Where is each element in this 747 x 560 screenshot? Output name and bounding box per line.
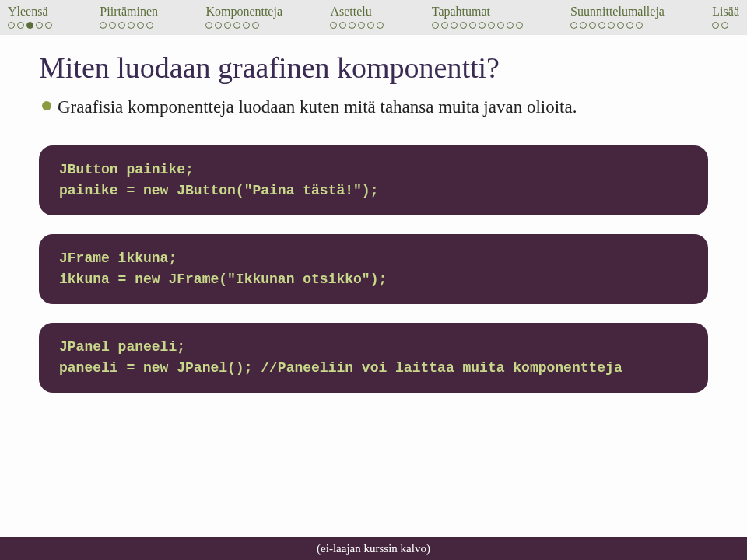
progress-dot: [358, 22, 365, 29]
code-block-1: JButton painike; painike = new JButton("…: [39, 145, 708, 215]
progress-dot: [570, 22, 577, 29]
progress-dot: [205, 22, 212, 29]
progress-dot: [339, 22, 346, 29]
slide-content: Miten luodaan graafinen komponentti? Gra…: [0, 35, 747, 393]
progress-dot: [451, 22, 458, 29]
progress-dot: [617, 22, 624, 29]
top-nav: YleensäPiirtäminenKomponenttejaAsetteluT…: [0, 0, 747, 35]
bullet-text: Graafisia komponentteja luodaan kuten mi…: [58, 96, 577, 119]
progress-dot: [441, 22, 448, 29]
nav-label: Asettelu: [330, 5, 371, 19]
progress-dot: [626, 22, 633, 29]
nav-progress-dots: [205, 22, 259, 29]
nav-progress-dots: [330, 22, 384, 29]
progress-dot: [36, 22, 43, 29]
progress-dot: [432, 22, 439, 29]
bullet-row: Graafisia komponentteja luodaan kuten mi…: [39, 96, 708, 119]
progress-dot: [224, 22, 231, 29]
nav-section[interactable]: Lisää: [712, 5, 739, 29]
page-title: Miten luodaan graafinen komponentti?: [39, 51, 708, 85]
bullet-icon: [42, 101, 51, 110]
nav-progress-dots: [100, 22, 153, 29]
nav-progress-dots: [8, 22, 52, 29]
nav-progress-dots: [432, 22, 523, 29]
progress-dot: [598, 22, 605, 29]
progress-dot: [460, 22, 467, 29]
progress-dot: [118, 22, 125, 29]
progress-dot: [367, 22, 374, 29]
progress-dot: [516, 22, 523, 29]
nav-section[interactable]: Tapahtumat: [432, 5, 523, 29]
nav-progress-dots: [570, 22, 643, 29]
progress-dot: [252, 22, 259, 29]
progress-dot: [580, 22, 587, 29]
progress-dot: [507, 22, 514, 29]
nav-progress-dots: [712, 22, 728, 29]
progress-dot: [488, 22, 495, 29]
progress-dot: [636, 22, 643, 29]
progress-dot: [589, 22, 596, 29]
progress-dot: [128, 22, 135, 29]
nav-section[interactable]: Komponentteja: [205, 5, 282, 29]
progress-dot: [497, 22, 504, 29]
progress-dot: [146, 22, 153, 29]
nav-section[interactable]: Suunnittelumalleja: [570, 5, 665, 29]
progress-dot: [712, 22, 719, 29]
code-block-3: JPanel paneeli; paneeli = new JPanel(); …: [39, 323, 708, 393]
progress-dot: [377, 22, 384, 29]
progress-dot: [215, 22, 222, 29]
progress-dot: [109, 22, 116, 29]
progress-dot: [721, 22, 728, 29]
progress-dot: [137, 22, 144, 29]
nav-label: Tapahtumat: [432, 5, 490, 19]
progress-dot: [349, 22, 356, 29]
progress-dot: [100, 22, 107, 29]
nav-label: Piirtäminen: [100, 5, 158, 19]
nav-section[interactable]: Piirtäminen: [100, 5, 158, 29]
progress-dot: [479, 22, 486, 29]
nav-label: Yleensä: [8, 5, 48, 19]
progress-dot: [233, 22, 240, 29]
nav-label: Komponentteja: [205, 5, 282, 19]
progress-dot: [8, 22, 15, 29]
progress-dot: [17, 22, 24, 29]
progress-dot: [608, 22, 615, 29]
progress-dot: [330, 22, 337, 29]
nav-section[interactable]: Asettelu: [330, 5, 384, 29]
nav-section[interactable]: Yleensä: [8, 5, 52, 29]
progress-dot: [26, 22, 33, 29]
nav-label: Suunnittelumalleja: [570, 5, 665, 19]
nav-label: Lisää: [712, 5, 739, 19]
footer-note: (ei-laajan kurssin kalvo): [0, 537, 747, 560]
progress-dot: [469, 22, 476, 29]
progress-dot: [243, 22, 250, 29]
progress-dot: [45, 22, 52, 29]
code-block-2: JFrame ikkuna; ikkuna = new JFrame("Ikku…: [39, 234, 708, 304]
